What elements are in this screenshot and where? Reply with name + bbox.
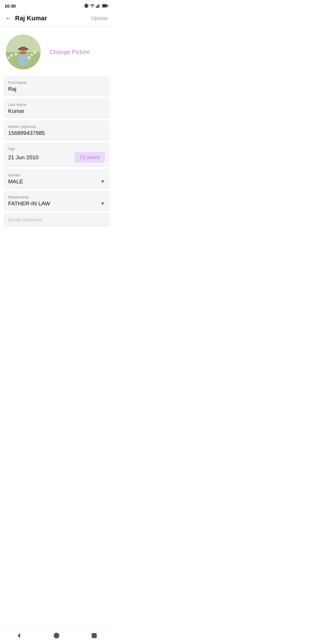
relationship-label: Relationship bbox=[8, 195, 105, 199]
svg-point-16 bbox=[31, 54, 33, 56]
relationship-field[interactable]: Relationship FATHER-IN LAW ▼ bbox=[3, 191, 110, 211]
svg-rect-4 bbox=[97, 5, 98, 8]
email-field[interactable]: Email (optional) bbox=[3, 213, 110, 227]
top-nav: ← Raj Kumar Update bbox=[0, 10, 113, 26]
mobile-label: Mobile (optional) bbox=[8, 124, 105, 129]
form-section: First Name Raj Last Name Kumar Mobile (o… bbox=[3, 76, 110, 227]
signal-icon bbox=[96, 4, 101, 8]
svg-rect-1 bbox=[88, 5, 88, 7]
page-title: Raj Kumar bbox=[15, 15, 91, 22]
profile-section: Change Picture bbox=[0, 26, 113, 76]
last-name-value: Kumar bbox=[8, 108, 105, 114]
svg-point-24 bbox=[19, 51, 27, 55]
update-button[interactable]: Update bbox=[91, 15, 108, 21]
mobile-value: 156899437985 bbox=[8, 130, 105, 136]
first-name-value: Raj bbox=[8, 86, 105, 92]
vibrate-icon bbox=[84, 3, 88, 8]
avatar-image bbox=[6, 35, 41, 69]
gender-value: MALE bbox=[8, 178, 23, 185]
relationship-dropdown-arrow: ▼ bbox=[100, 201, 105, 206]
change-picture-button[interactable]: Change Picture bbox=[50, 49, 90, 55]
svg-rect-23 bbox=[20, 47, 26, 50]
battery-icon bbox=[102, 4, 108, 8]
age-label: Age bbox=[8, 146, 105, 151]
svg-point-17 bbox=[33, 51, 36, 54]
svg-rect-5 bbox=[98, 4, 99, 8]
svg-rect-3 bbox=[96, 6, 97, 8]
first-name-label: First Name bbox=[8, 80, 105, 85]
svg-rect-2 bbox=[85, 4, 88, 8]
svg-point-20 bbox=[18, 54, 28, 66]
mobile-field[interactable]: Mobile (optional) 156899437985 bbox=[3, 120, 110, 140]
wifi-icon bbox=[90, 4, 94, 8]
age-field[interactable]: Age 21 Jun 2010 11 years bbox=[3, 142, 110, 167]
last-name-label: Last Name bbox=[8, 102, 105, 107]
status-bar: 10:30 bbox=[0, 0, 113, 10]
gender-row: MALE ▼ bbox=[8, 178, 105, 185]
relationship-value: FATHER-IN LAW bbox=[8, 200, 50, 207]
status-time: 10:30 bbox=[5, 3, 16, 8]
svg-rect-9 bbox=[103, 5, 107, 7]
svg-rect-6 bbox=[99, 4, 100, 8]
gender-field[interactable]: Gender MALE ▼ bbox=[3, 169, 110, 189]
svg-rect-8 bbox=[108, 5, 108, 7]
svg-point-13 bbox=[15, 53, 17, 55]
back-button[interactable]: ← bbox=[4, 13, 14, 23]
avatar[interactable] bbox=[6, 35, 41, 69]
svg-rect-0 bbox=[84, 5, 85, 7]
status-icons bbox=[84, 3, 108, 8]
gender-dropdown-arrow: ▼ bbox=[100, 179, 105, 184]
svg-point-18 bbox=[8, 57, 10, 59]
svg-point-12 bbox=[10, 54, 13, 57]
age-badge: 11 years bbox=[74, 152, 105, 163]
relationship-row: FATHER-IN LAW ▼ bbox=[8, 200, 105, 207]
email-placeholder: Email (optional) bbox=[8, 217, 105, 223]
first-name-field[interactable]: First Name Raj bbox=[3, 76, 110, 96]
last-name-field[interactable]: Last Name Kumar bbox=[3, 98, 110, 118]
age-row: 21 Jun 2010 11 years bbox=[8, 152, 105, 163]
age-value: 21 Jun 2010 bbox=[8, 154, 39, 161]
gender-label: Gender bbox=[8, 173, 105, 177]
